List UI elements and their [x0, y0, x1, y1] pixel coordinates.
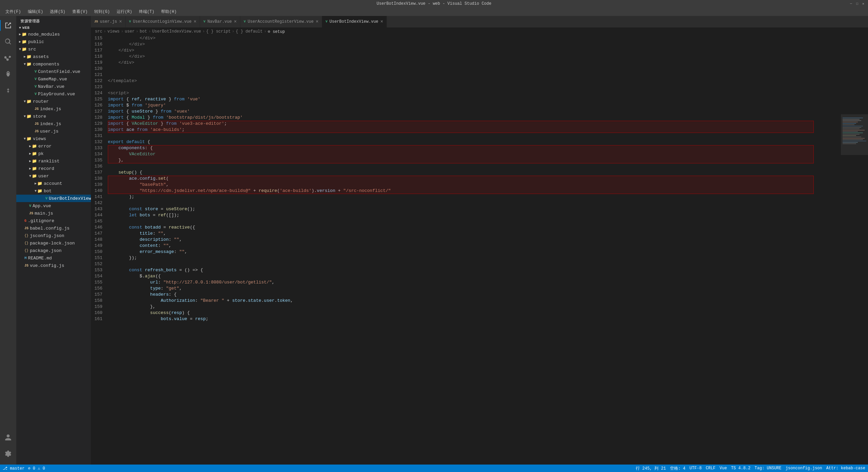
status-spaces[interactable]: 空格: 4 [670, 466, 686, 471]
tree-components[interactable]: ▼ 📁 components [16, 60, 91, 68]
tree-readme[interactable]: M README.md [16, 254, 91, 262]
activity-debug[interactable] [0, 66, 16, 82]
status-language[interactable]: Vue [719, 466, 727, 471]
maximize-icon[interactable]: □ [855, 2, 859, 6]
svg-rect-21 [841, 114, 868, 155]
code-line-148: 148 description: "", [91, 237, 841, 243]
tree-error[interactable]: ▶ 📁 error [16, 142, 91, 150]
code-line-151: 151 }); [91, 255, 841, 261]
tree-ranklist[interactable]: ▶ 📁 ranklist [16, 157, 91, 165]
code-line-152: 152 [91, 261, 841, 267]
tree-store-index[interactable]: JS index.js [16, 120, 91, 127]
code-line-155: 155 url: "http://127.0.0.1:8080/user/bot… [91, 279, 841, 286]
window-controls[interactable]: ─ □ ✕ [849, 2, 865, 6]
status-schema[interactable]: jsonconfig.json [786, 466, 822, 471]
tab-navbar-vue[interactable]: V NavBar.vue × [200, 16, 240, 27]
activity-extensions[interactable] [0, 82, 16, 99]
tree-pk[interactable]: ▶ 📁 pk [16, 150, 91, 157]
code-line-140: 140 "https://cdn.jsdelivr.net/npm/ace-bu… [91, 188, 841, 194]
tree-record[interactable]: ▶ 📁 record [16, 165, 91, 172]
tree-botindexview[interactable]: V UserBotIndexView.vue [16, 195, 91, 202]
menu-help[interactable]: 帮助(H) [158, 8, 179, 15]
tree-user[interactable]: ▼ 📁 user [16, 172, 91, 180]
tree-contentfield[interactable]: V ContentField.vue [16, 68, 91, 75]
code-line-157: 157 headers: { [91, 292, 841, 298]
tree-babel[interactable]: JS babel.config.js [16, 224, 91, 232]
menu-edit[interactable]: 编辑(E) [25, 8, 46, 15]
activity-search[interactable] [0, 34, 16, 50]
tree-package[interactable]: {} package.json [16, 247, 91, 254]
status-line-ending[interactable]: CRLF [706, 466, 716, 471]
window-title: UserBotIndexView.vue - web - Visual Stud… [377, 1, 491, 6]
code-line-119: 119 </div> [91, 60, 841, 66]
code-line-129: 129 import { VAceEditor } from 'vue3-ace… [91, 121, 841, 127]
close-icon[interactable]: ✕ [861, 2, 865, 6]
code-line-130: 130 import ace from 'ace-builds'; [91, 127, 841, 133]
tree-package-lock[interactable]: {} package-lock.json [16, 239, 91, 247]
code-line-147: 147 title: "", [91, 231, 841, 237]
tree-router[interactable]: ▼ 📁 router [16, 98, 91, 105]
status-line-col[interactable]: 行 245, 列 21 [636, 466, 666, 471]
tree-router-index[interactable]: JS index.js [16, 105, 91, 113]
tab-register-vue[interactable]: V UserAccountRegisterView.vue × [240, 16, 322, 27]
activity-git[interactable] [0, 50, 16, 66]
tab-user-js[interactable]: JS user.js × [91, 16, 126, 27]
tree-app[interactable]: V App.vue [16, 202, 91, 210]
code-line-126: 126 import $ from 'jquery' [91, 102, 841, 109]
tree-gitignore[interactable]: G .gitignore [16, 217, 91, 224]
editor-content[interactable]: 115 </div> 116 </div> 117 </div> 118 </d… [91, 35, 841, 465]
status-right: 行 245, 列 21 空格: 4 UTF-8 CRLF Vue TS 4.8.… [636, 466, 865, 471]
code-line-160: 160 success(resp) { [91, 310, 841, 316]
status-branch[interactable]: ⎇ master [3, 466, 24, 471]
tree-playground[interactable]: V PlayGround.vue [16, 90, 91, 98]
status-tag[interactable]: Tag: UNSURE [755, 466, 782, 471]
code-line-158: 158 Authorization: "Bearer " + store.sta… [91, 298, 841, 304]
minimap [841, 35, 868, 465]
menu-view[interactable]: 查看(V) [70, 8, 91, 15]
code-line-122: 122 </template> [91, 78, 841, 84]
tab-bar: JS user.js × V UserAccountLoginView.vue … [91, 16, 868, 28]
tree-store-user[interactable]: JS user.js [16, 127, 91, 135]
menu-goto[interactable]: 转到(G) [92, 8, 113, 15]
status-ts-version[interactable]: TS 4.8.2 [731, 466, 751, 471]
sidebar-web-header[interactable]: ▼ WEB [16, 25, 91, 31]
tree-navbar[interactable]: V NavBar.vue [16, 83, 91, 90]
code-line-137: 137 setup() { [91, 170, 841, 176]
tree-account[interactable]: ▶ 📁 account [16, 180, 91, 187]
code-line-161: 161 bots.value = resp; [91, 316, 841, 322]
status-bar: ⎇ master ⊘ 0 ⚠ 0 行 245, 列 21 空格: 4 UTF-8… [0, 465, 868, 472]
code-line-121: 121 [91, 72, 841, 78]
editor-main: 115 </div> 116 </div> 117 </div> 118 </d… [91, 35, 868, 465]
menu-run[interactable]: 运行(R) [114, 8, 135, 15]
code-line-120: 120 [91, 66, 841, 72]
tree-assets[interactable]: ▶ 📁 assets [16, 53, 91, 60]
tree-bot[interactable]: ▼ 📁 bot [16, 187, 91, 195]
tree-src[interactable]: ▼ 📁 src [16, 45, 91, 53]
tree-vue-config[interactable]: JS vue.config.js [16, 262, 91, 269]
activity-account[interactable] [0, 429, 16, 446]
tree-jsconfig[interactable]: {} jsconfig.json [16, 232, 91, 239]
minimize-icon[interactable]: ─ [849, 2, 853, 6]
tab-login-vue[interactable]: V UserAccountLoginView.vue × [126, 16, 200, 27]
menu-file[interactable]: 文件(F) [3, 8, 24, 15]
tree-gamemap[interactable]: V GameMap.vue [16, 75, 91, 83]
code-line-141: 141 ); [91, 194, 841, 200]
menu-terminal[interactable]: 终端(T) [136, 8, 157, 15]
status-encoding[interactable]: UTF-8 [689, 466, 702, 471]
status-errors[interactable]: ⊘ 0 ⚠ 0 [28, 466, 45, 471]
activity-explorer[interactable] [0, 17, 16, 34]
tree-views[interactable]: ▼ 📁 views [16, 135, 91, 142]
code-line-149: 149 content: "", [91, 243, 841, 249]
tab-botindex-vue[interactable]: V UserBotIndexView.vue × [322, 16, 387, 27]
tree-store[interactable]: ▼ 📁 store [16, 113, 91, 120]
tree-node-modules[interactable]: ▶ 📁 node_modules [16, 31, 91, 38]
activity-settings[interactable] [0, 446, 16, 462]
tree-public[interactable]: ▶ 📁 public [16, 38, 91, 45]
code-line-136: 136 [91, 163, 841, 170]
code-line-117: 117 </div> [91, 47, 841, 54]
status-attr[interactable]: Attr: kebab-case [826, 466, 865, 471]
menu-select[interactable]: 选择(S) [47, 8, 68, 15]
tree-mainjs[interactable]: JS main.js [16, 210, 91, 217]
code-line-125: 125 import { ref, reactive } from 'vue' [91, 96, 841, 102]
sidebar-root-label: WEB [22, 26, 29, 30]
